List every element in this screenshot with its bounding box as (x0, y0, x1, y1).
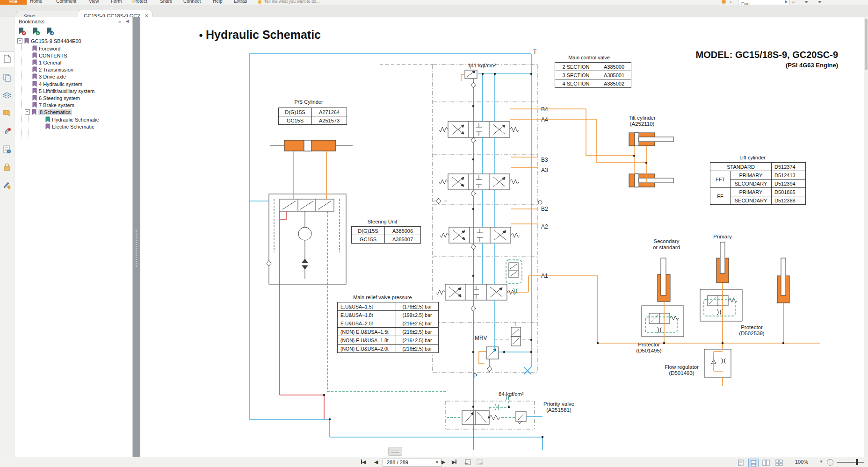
protector-left-label: Protector(D501495) (629, 342, 669, 354)
bookmark-schematics[interactable]: − 8 Schematics (25, 108, 72, 115)
steering-table-title: Steering Unit (351, 219, 413, 224)
bookmark-transmission[interactable]: 2 Transmission (32, 66, 73, 73)
bookmark-icon (24, 38, 29, 44)
tilt-cylinder-label: Tilt cylinder(A252110) (617, 115, 667, 127)
find-box (738, 0, 789, 5)
mcv-table-title: Main control valve (555, 55, 623, 60)
secondary-label: Secondaryor standard (648, 238, 685, 251)
goto-bookmark-icon[interactable] (46, 27, 54, 36)
comments-panel-icon[interactable] (2, 108, 12, 118)
model-subtitle: (PSI 4G63 Engine) (786, 62, 838, 69)
menu-share[interactable]: Share (160, 0, 173, 4)
bookmark-foreword[interactable]: Foreword (32, 45, 60, 52)
assistant-icon[interactable] (722, 0, 726, 4)
tell-me-field[interactable]: Tell me what you want to do... (264, 0, 320, 4)
menu-view[interactable]: View (89, 0, 99, 4)
lightbulb-icon (258, 0, 261, 4)
menu-form[interactable]: Form (111, 0, 122, 4)
single-page-view-icon[interactable] (736, 459, 745, 467)
collapse-node-icon[interactable]: − (25, 109, 30, 115)
delete-bookmark-icon[interactable] (18, 27, 26, 36)
mcv-table: 2 SECTIONA385000 3 SECTIONA385001 4 SECT… (555, 62, 631, 88)
status-bar: ◀ ◀ 288 / 289▼ ▶ ▶ 100% ▼ − (0, 457, 868, 467)
bookmark-drive-axle[interactable]: 3 Drive axle (32, 73, 66, 80)
scrollbar-thumb[interactable] (865, 19, 868, 70)
facing-view-icon[interactable] (761, 459, 771, 467)
bookmarks-panel-title: Bookmarks (19, 19, 44, 24)
menu-bar: File Home Comment View Form Protect Shar… (0, 0, 868, 5)
continuous-view-icon[interactable] (748, 459, 759, 467)
panel-resize-handle[interactable] (133, 17, 140, 457)
bookmark-contents[interactable]: CONTENTS (32, 52, 67, 59)
next-view-icon[interactable] (476, 459, 484, 466)
port-label-a3: A3 (541, 167, 548, 173)
bookmark-hydraulic-system[interactable]: 4 Hydraulic system (32, 80, 82, 87)
primary-label: Primary (709, 234, 737, 240)
pdf-page: ●Hydraulic Schematic MODEL: GC15/18S-9, … (140, 17, 864, 457)
ps-table-title: P/S Cylinder (278, 99, 339, 105)
zoom-slider-handle[interactable] (856, 459, 858, 465)
bookmark-lift-tilt[interactable]: 5 Lift/tilt/auxiliary system (32, 87, 94, 94)
attachments-panel-icon[interactable] (2, 127, 12, 137)
tab-bar: Start GC15S-9 GC18S-9 GC2... × (0, 5, 868, 17)
menu-extras[interactable]: Extras (234, 0, 247, 4)
menu-connect[interactable]: Connect (183, 0, 201, 4)
zoom-slider[interactable] (837, 462, 864, 463)
relief-table-title: Main relief valve pressure (337, 295, 428, 300)
previous-view-icon[interactable] (464, 459, 471, 466)
menu-protect[interactable]: Protect (132, 0, 147, 4)
layers-panel-icon[interactable] (2, 91, 12, 100)
navigation-icon-strip (0, 17, 14, 457)
continuous-facing-view-icon[interactable] (774, 459, 784, 467)
search-doc-icon[interactable]: ⌕ (730, 0, 731, 5)
page-title: ●Hydraulic Schematic (199, 28, 321, 42)
digital-id-panel-icon[interactable] (2, 145, 12, 154)
chevron-down-icon[interactable] (804, 1, 808, 3)
menu-comment[interactable]: Comment (56, 0, 76, 4)
bookmark-hydraulic-schematic[interactable]: Hydraulic Schematic (45, 116, 99, 123)
collapse-all-icon[interactable]: » (118, 19, 121, 24)
zoom-level-label: 100% (795, 459, 808, 465)
port-label-t: T (533, 49, 536, 55)
page-fit-popup-handle[interactable] (388, 447, 402, 456)
vertical-scrollbar[interactable] (864, 17, 868, 457)
flow-regulator-label: Flow regulator(D501493) (659, 364, 704, 376)
port-label-b2: B2 (541, 206, 548, 212)
bookmarks-panel-icon[interactable] (2, 54, 12, 64)
relief-pressure-table: E.U&USA–1.5t(176±2.5) bar E.U&USA–1.8t(1… (337, 302, 439, 353)
previous-page-button[interactable]: ◀ (374, 459, 378, 465)
bookmark-general[interactable]: 1 General (32, 59, 61, 66)
signature-panel-icon[interactable] (2, 180, 12, 190)
next-page-button[interactable]: ▶ (441, 459, 445, 465)
menu-home[interactable]: Home (30, 0, 43, 4)
port-label-a4: A4 (541, 116, 548, 123)
bookmark-root[interactable]: − GC15S-9 SB4484E00 (17, 37, 81, 44)
port-label-a1: A1 (541, 273, 548, 279)
first-page-button[interactable]: ◀ (361, 459, 366, 465)
find-input[interactable] (740, 1, 780, 5)
collapse-panel-icon[interactable]: ◀ (126, 19, 129, 23)
bookmark-brake-system[interactable]: 7 Brake system (32, 101, 74, 108)
chevron-down-icon[interactable] (818, 1, 822, 3)
collapse-node-icon[interactable]: − (17, 38, 22, 43)
page-dropdown-icon[interactable]: ▼ (435, 459, 439, 466)
mrv-label: MRV (475, 335, 487, 341)
menu-help[interactable]: Help (213, 0, 223, 4)
link-icon[interactable]: ω (792, 0, 795, 4)
page-number-input[interactable]: 288 / 289▼ (383, 459, 441, 467)
pressure-label-top: 141 kgf/cm² (468, 63, 496, 69)
zoom-out-button[interactable]: − (827, 459, 833, 466)
steering-unit-table: D(G)15SA385006 GC15SA385007 (351, 226, 421, 244)
bookmark-steering-system[interactable]: 6 Steering system (32, 94, 80, 101)
security-lock-icon[interactable] (2, 163, 12, 172)
add-bookmark-icon[interactable] (32, 27, 40, 36)
protector-mid-label: Protector(D502539) (732, 324, 772, 337)
find-go-icon[interactable] (785, 0, 788, 4)
zoom-dropdown-icon[interactable]: ▼ (819, 460, 823, 464)
menu-file[interactable]: File (0, 0, 27, 5)
lift-cylinder-table: STANDARDD512374 FFTPRIMARYD512413 SECOND… (710, 162, 806, 205)
bookmark-electric-schematic[interactable]: Electric Schematic (45, 123, 94, 130)
last-page-button[interactable]: ▶ (452, 459, 456, 465)
lift-table-title: Lift cylinder (710, 155, 795, 160)
pages-panel-icon[interactable] (2, 73, 12, 82)
